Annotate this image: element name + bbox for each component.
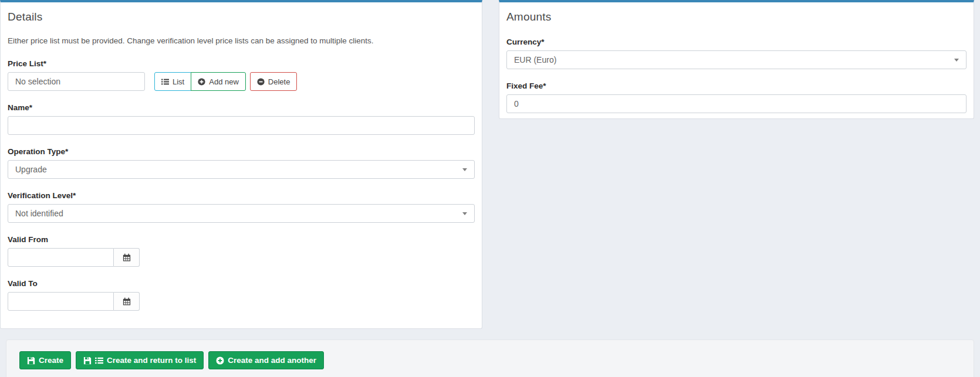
valid-to-label: Valid To xyxy=(8,279,475,288)
amounts-panel: Amounts Currency* EUR (Euro) Fixed Fee* xyxy=(499,0,974,119)
chevron-down-icon xyxy=(462,212,467,215)
calendar-icon xyxy=(123,297,131,305)
create-button[interactable]: Create xyxy=(19,351,71,369)
chevron-down-icon xyxy=(954,59,959,62)
name-label: Name* xyxy=(8,103,475,112)
valid-from-label: Valid From xyxy=(8,235,475,244)
plus-circle-icon xyxy=(216,356,224,365)
fixed-fee-label: Fixed Fee* xyxy=(506,81,967,90)
price-list-add-new-button-label: Add new xyxy=(209,77,239,86)
amounts-panel-title: Amounts xyxy=(506,11,967,23)
create-and-return-button[interactable]: Create and return to list xyxy=(76,351,204,369)
create-button-label: Create xyxy=(39,356,63,365)
price-list-label: Price List* xyxy=(8,59,475,68)
save-icon xyxy=(27,356,35,365)
currency-label: Currency* xyxy=(506,38,967,46)
valid-from-input[interactable] xyxy=(8,248,114,267)
operation-type-select[interactable]: Upgrade xyxy=(8,160,475,179)
calendar-icon xyxy=(123,253,131,261)
list-icon xyxy=(95,356,103,365)
verification-level-group: Verification Level* Not identified xyxy=(8,191,475,223)
valid-to-group: Valid To xyxy=(8,279,475,311)
price-list-button-group: List Add new xyxy=(154,72,246,91)
create-and-add-another-button[interactable]: Create and add another xyxy=(208,351,324,369)
operation-type-label: Operation Type* xyxy=(8,147,475,156)
price-list-delete-button[interactable]: Delete xyxy=(250,72,298,91)
price-list-list-button[interactable]: List xyxy=(154,72,191,91)
plus-circle-icon xyxy=(198,78,205,86)
name-input[interactable] xyxy=(8,116,475,135)
fixed-fee-group: Fixed Fee* xyxy=(506,81,967,113)
name-group: Name* xyxy=(8,103,475,135)
create-and-return-button-label: Create and return to list xyxy=(107,356,196,365)
price-list-list-button-label: List xyxy=(173,77,184,86)
verification-level-selected-value: Not identified xyxy=(15,209,63,218)
price-list-group: Price List* List xyxy=(8,59,475,91)
verification-level-select[interactable]: Not identified xyxy=(8,204,475,223)
details-panel-title: Details xyxy=(8,11,475,23)
list-icon xyxy=(161,78,169,86)
chevron-down-icon xyxy=(462,168,467,171)
form-action-bar: Create Create and return to list Create … xyxy=(6,339,974,377)
valid-to-input[interactable] xyxy=(8,292,114,311)
fixed-fee-input[interactable] xyxy=(506,94,967,113)
currency-select[interactable]: EUR (Euro) xyxy=(506,50,967,69)
create-and-add-another-button-label: Create and add another xyxy=(228,356,316,365)
valid-from-calendar-button[interactable] xyxy=(114,248,140,267)
minus-circle-icon xyxy=(257,78,265,86)
price-list-delete-button-label: Delete xyxy=(268,77,290,86)
operation-type-group: Operation Type* Upgrade xyxy=(8,147,475,179)
price-list-add-new-button[interactable]: Add new xyxy=(191,72,246,91)
verification-level-label: Verification Level* xyxy=(8,191,475,200)
currency-selected-value: EUR (Euro) xyxy=(514,55,556,64)
valid-to-calendar-button[interactable] xyxy=(114,292,140,311)
details-help-text: Either price list must be provided. Chan… xyxy=(8,36,475,45)
details-panel: Details Either price list must be provid… xyxy=(0,0,482,329)
valid-from-group: Valid From xyxy=(8,235,475,267)
currency-group: Currency* EUR (Euro) xyxy=(506,38,967,69)
price-list-input[interactable] xyxy=(8,72,145,91)
save-icon xyxy=(83,356,92,365)
operation-type-selected-value: Upgrade xyxy=(15,165,47,174)
form-panels: Details Either price list must be provid… xyxy=(0,0,980,329)
